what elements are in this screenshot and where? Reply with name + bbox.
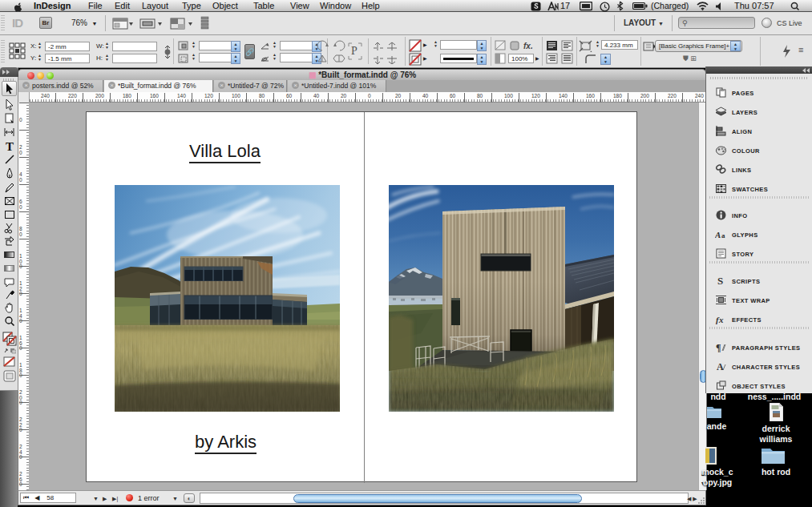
- svg-text:S: S: [717, 275, 724, 287]
- svg-text:¶: ¶: [716, 342, 721, 353]
- svg-text:fx: fx: [716, 315, 724, 324]
- svg-text:A: A: [717, 361, 724, 372]
- svg-text:A: A: [715, 230, 721, 239]
- svg-text:T: T: [6, 140, 14, 152]
- svg-text:a: a: [721, 231, 725, 239]
